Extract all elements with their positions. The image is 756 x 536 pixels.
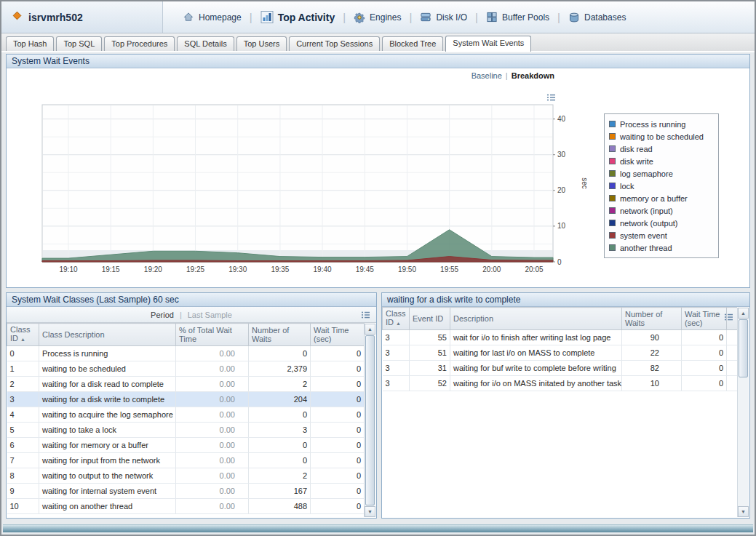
legend-swatch <box>609 145 616 152</box>
nav-databases[interactable]: Databases <box>560 12 634 23</box>
table-row[interactable]: 331waiting for buf write to complete bef… <box>383 361 738 376</box>
legend-label: Process is running <box>620 120 686 129</box>
table-row[interactable]: 8waiting to output to the network0.0020 <box>7 468 365 484</box>
legend-item-network-input: network (input) <box>609 204 714 217</box>
cell-waits: 0 <box>249 438 311 453</box>
col-header-wait-time-sec[interactable]: Wait Time (sec) <box>682 308 727 330</box>
scroll-thumb[interactable] <box>739 319 748 377</box>
bar-chart-icon <box>260 11 274 23</box>
table-row[interactable]: 352waiting for i/o on MASS initated by a… <box>383 376 738 391</box>
table-row[interactable]: 9waiting for internal system event0.0016… <box>7 484 365 499</box>
col-header-event-id[interactable]: Event ID <box>410 308 450 330</box>
table-row[interactable]: 6waiting for memory or a buffer0.0000 <box>7 438 365 453</box>
cell-class_id: 9 <box>7 484 39 499</box>
view-links: Baseline|Breakdown <box>471 71 554 80</box>
col-header-label: Wait Time (sec) <box>685 310 720 327</box>
cell-wait_time: 0 <box>311 453 365 468</box>
cell-wait_time: 0 <box>311 468 365 484</box>
wait-classes-toolbar: Period | Last Sample <box>7 307 376 323</box>
cell-wait_time: 0 <box>311 377 365 392</box>
col-header-class-id[interactable]: Class ID▲ <box>7 324 39 346</box>
table-header-row: Class ID▲Event IDDescriptionNumber of Wa… <box>383 308 738 330</box>
table-row[interactable]: 355wait for i/o to finish after writing … <box>383 330 738 345</box>
cell-class_id: 4 <box>7 407 39 423</box>
panel-title: System Wait Events <box>12 56 89 66</box>
table-row[interactable]: 351waiting for last i/o on MASS to compl… <box>383 345 738 361</box>
window-footer <box>3 524 753 532</box>
nav-buffer-pools[interactable]: Buffer Pools <box>478 12 557 23</box>
wait-events-detail-panel: waiting for a disk write to complete Cla… <box>381 292 750 519</box>
scroll-down-button[interactable]: ▼ <box>365 506 375 517</box>
tab-top-procedures[interactable]: Top Procedures <box>104 36 175 51</box>
grid-menu-icon[interactable] <box>724 311 733 324</box>
period-value-dropdown[interactable]: Last Sample <box>188 311 232 319</box>
tab-top-sql[interactable]: Top SQL <box>56 36 102 51</box>
col-header-wait-time-sec[interactable]: Wait Time (sec) <box>311 324 365 346</box>
col-header-of-total-wait-time[interactable]: % of Total Wait Time <box>176 324 249 346</box>
legend-item-disk-write: disk write <box>609 155 714 167</box>
table-row[interactable]: 7waiting for input from the network0.000… <box>7 453 365 468</box>
home-icon <box>183 12 194 23</box>
wait-classes-scrollbar[interactable]: ▲ ▼ <box>364 324 375 517</box>
table-row[interactable]: 5waiting to take a lock0.0030 <box>7 423 365 438</box>
x-tick-label: 19:45 <box>356 265 374 273</box>
scroll-thumb[interactable] <box>365 335 375 505</box>
table-header-row: Class ID▲Class Description% of Total Wai… <box>7 324 365 346</box>
cell-description: waiting on another thread <box>39 499 176 514</box>
tab-top-users[interactable]: Top Users <box>236 36 287 51</box>
col-header-description[interactable]: Description <box>450 308 622 330</box>
legend-swatch <box>609 158 616 164</box>
scroll-track[interactable] <box>365 335 375 506</box>
col-header-number-of-waits[interactable]: Number of Waits <box>249 324 311 346</box>
buffer-pools-icon <box>486 12 498 23</box>
period-label: Period <box>151 311 174 319</box>
nav-disk-i-o[interactable]: Disk I/O <box>412 12 475 23</box>
nav-top-activity[interactable]: Top Activity <box>252 11 343 23</box>
scroll-track[interactable] <box>738 319 749 506</box>
filler-cell <box>727 330 738 345</box>
scroll-up-button[interactable]: ▲ <box>738 308 749 319</box>
table-row[interactable]: 1waiting to be scheduled0.002,3790 <box>7 361 365 377</box>
grid-menu-icon[interactable] <box>361 311 370 321</box>
table-row[interactable]: 2waiting for a disk read to complete0.00… <box>7 377 365 392</box>
legend-item-system-event: system event <box>609 229 714 241</box>
table-row[interactable]: 10waiting on another thread0.004880 <box>7 499 365 514</box>
x-tick-label: 20:00 <box>482 265 501 273</box>
tab-blocked-tree[interactable]: Blocked Tree <box>382 36 443 51</box>
panel-header: System Wait Classes (Last Sample) 60 sec <box>7 293 376 307</box>
nav-label: Engines <box>370 12 401 23</box>
tab-top-hash[interactable]: Top Hash <box>6 36 54 51</box>
tab-system-wait-events[interactable]: System Wait Events <box>445 36 531 52</box>
sort-asc-icon: ▲ <box>396 321 401 326</box>
tab-current-top-sessions[interactable]: Current Top Sessions <box>289 36 380 51</box>
chart-area: Baseline|Breakdown 19:1019:1519:2019:251… <box>7 68 749 287</box>
col-header-number-of-waits[interactable]: Number of Waits <box>622 308 682 330</box>
cell-pct: 0.00 <box>176 377 249 392</box>
cell-wait_time: 0 <box>311 438 365 453</box>
cell-description: waiting for a disk read to complete <box>39 377 176 392</box>
wait-classes-panel: System Wait Classes (Last Sample) 60 sec… <box>6 292 377 519</box>
col-header-class-id[interactable]: Class ID▲ <box>383 308 410 330</box>
nav-homepage[interactable]: Homepage <box>175 12 250 23</box>
x-tick-label: 19:40 <box>314 265 332 273</box>
tab-sql-details[interactable]: SQL Details <box>177 36 234 51</box>
scroll-down-button[interactable]: ▼ <box>738 506 749 517</box>
table-row[interactable]: 3waiting for a disk write to complete0.0… <box>7 392 365 407</box>
cell-waits: 82 <box>622 361 682 376</box>
breakdown-link[interactable]: Breakdown <box>512 71 554 80</box>
cell-waits: 2 <box>249 377 311 392</box>
col-header-class-description[interactable]: Class Description <box>39 324 176 346</box>
nav-engines[interactable]: Engines <box>346 12 409 23</box>
cell-description: waiting to be scheduled <box>39 361 176 377</box>
legend-swatch <box>609 133 616 140</box>
cell-class_id: 3 <box>7 392 39 407</box>
table-row[interactable]: 4waiting to acquire the log semaphore0.0… <box>7 407 365 423</box>
scroll-up-button[interactable]: ▲ <box>365 324 375 335</box>
legend-label: network (input) <box>620 207 673 215</box>
cell-event_id: 52 <box>410 376 450 391</box>
baseline-link[interactable]: Baseline <box>471 71 502 80</box>
server-badge[interactable]: isrvmrh502 <box>1 1 163 33</box>
table-row[interactable]: 0Process is running0.0000 <box>7 346 365 361</box>
wait-events-scrollbar[interactable]: ▲ ▼ <box>737 308 749 517</box>
legend-label: disk write <box>620 157 653 166</box>
